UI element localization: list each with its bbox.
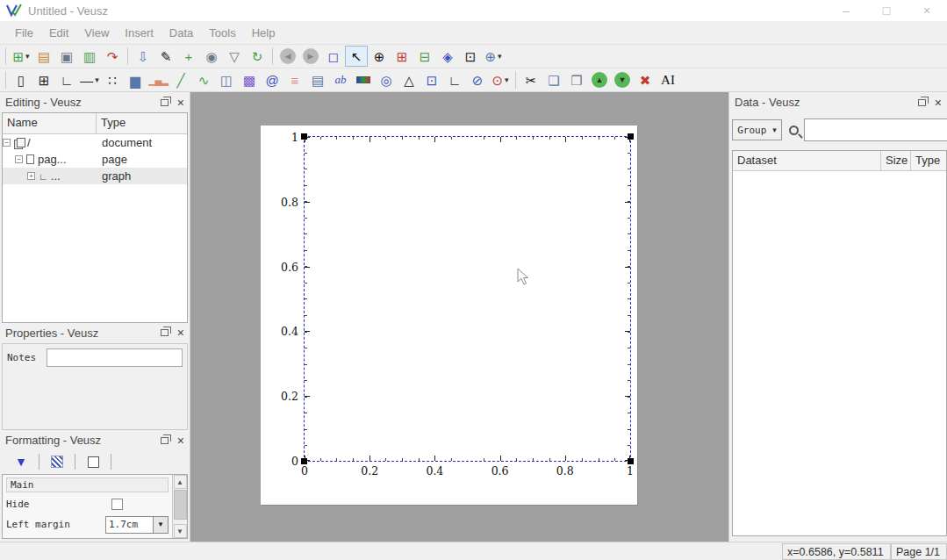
menu-file[interactable]: File [7, 26, 41, 39]
add-boxplot-button[interactable]: ◫ [215, 69, 238, 90]
import-data-button[interactable]: ⇩ [132, 46, 154, 67]
add-shape-button[interactable]: ⊙▾ [489, 69, 512, 90]
move-up-button[interactable]: ▲ [588, 69, 611, 90]
notes-input[interactable] [47, 348, 183, 367]
add-histogram-button[interactable]: ▁▄▂ [147, 69, 169, 90]
close-panel-icon[interactable]: × [177, 434, 184, 447]
new-document-button[interactable]: ⊞▾ [10, 46, 32, 67]
add-fit-button[interactable]: ╱ [169, 69, 192, 90]
plot-canvas[interactable]: 1 0.8 0.6 0.4 0.2 0 0 0.2 0.4 0.6 0.8 1 [190, 92, 728, 542]
next-page-button[interactable]: ▶ [299, 46, 322, 67]
formatting-scrollbar[interactable]: ▲ ▼ [172, 475, 187, 538]
close-panel-icon[interactable]: × [177, 97, 184, 109]
zoom-out-of-graph-button[interactable]: ⊟ [413, 46, 436, 67]
rename-widget-button[interactable]: AI [656, 69, 679, 90]
open-document-button[interactable]: ▤ [32, 46, 55, 67]
add-colorbar-button[interactable] [352, 69, 375, 90]
close-panel-icon[interactable]: × [177, 327, 184, 339]
paste-button[interactable]: ❒ [565, 69, 588, 90]
expand-icon[interactable]: + [27, 172, 35, 180]
tab-border[interactable] [75, 452, 111, 471]
close-panel-icon[interactable]: × [935, 97, 942, 109]
view-whole-plot-button[interactable]: ⊕ [368, 46, 391, 67]
menu-data[interactable]: Data [161, 26, 201, 39]
add-function-button[interactable]: ∿ [192, 69, 215, 90]
menu-help[interactable]: Help [244, 26, 283, 39]
column-dataset[interactable]: Dataset [733, 151, 881, 170]
float-panel-icon[interactable] [161, 99, 169, 106]
minimize-button[interactable]: – [826, 0, 866, 21]
selected-graph[interactable]: 1 0.8 0.6 0.4 0.2 0 0 0.2 0.4 0.6 0.8 1 [304, 136, 631, 462]
print-document-button[interactable]: ▥ [78, 46, 101, 67]
add-axis3d-button[interactable]: ∟ [443, 69, 466, 90]
previous-page-button[interactable]: ◀ [276, 46, 299, 67]
select-pointer-button[interactable]: ↖ [345, 46, 368, 67]
add-ternary-button[interactable]: △ [398, 69, 420, 90]
edit-data-button[interactable]: ✎ [154, 46, 177, 67]
combo-arrow-icon[interactable]: ▼ [153, 517, 168, 533]
tab-background-fill[interactable] [39, 452, 75, 471]
add-grid-button[interactable]: ⊞ [32, 69, 55, 90]
hide-checkbox[interactable] [111, 499, 123, 510]
menu-tools[interactable]: Tools [201, 26, 243, 39]
zoom-menu-button[interactable]: ⊕▾ [482, 46, 505, 67]
select-items-button[interactable]: ◻ [322, 46, 345, 67]
tab-main-formatting[interactable]: ▼ [4, 452, 39, 471]
add-bar-button[interactable]: ▆ [124, 69, 147, 90]
cut-button[interactable]: ✂ [520, 69, 542, 90]
zoom-page-button[interactable]: ⊡ [459, 46, 482, 67]
selection-handle[interactable] [301, 133, 307, 140]
collapse-icon[interactable]: − [3, 139, 11, 147]
add-axis-button[interactable]: —▾ [78, 69, 101, 90]
add-scene3d-button[interactable]: ⊡ [420, 69, 443, 90]
add-page-button[interactable]: ▯ [10, 69, 32, 90]
float-panel-icon[interactable] [161, 437, 169, 444]
save-document-button[interactable]: ▣ [55, 46, 78, 67]
float-panel-icon[interactable] [918, 99, 926, 106]
add-xy-button[interactable]: ∷ [101, 69, 124, 90]
maximize-button[interactable]: □ [866, 0, 907, 21]
copy-button[interactable]: ❏ [542, 69, 565, 90]
delete-widget-button[interactable]: ✖ [634, 69, 656, 90]
dataset-table-body[interactable] [733, 171, 946, 535]
group-dropdown-button[interactable]: Group ▾ [732, 119, 782, 140]
tree-row-document[interactable]: − / document [3, 134, 187, 151]
plot-page[interactable]: 1 0.8 0.6 0.4 0.2 0 0 0.2 0.4 0.6 0.8 1 [261, 126, 637, 505]
column-size[interactable]: Size [881, 151, 911, 170]
zoom-into-graph-button[interactable]: ⊞ [391, 46, 413, 67]
column-type[interactable]: Type [911, 151, 946, 170]
selection-handle[interactable] [301, 458, 307, 464]
menu-view[interactable]: View [76, 26, 117, 39]
selection-handle[interactable] [628, 458, 634, 464]
export-document-button[interactable]: ↷ [101, 46, 124, 67]
left-margin-combobox[interactable]: 1.7cm ▼ [105, 516, 169, 534]
add-graph-button[interactable]: ∟ [55, 69, 78, 90]
add-function3d-button[interactable]: ⊘ [466, 69, 489, 90]
tree-row-graph[interactable]: + ∟ ... graph [3, 168, 187, 184]
dataset-search-input[interactable] [804, 118, 947, 141]
reload-data-button[interactable]: ↻ [246, 46, 269, 67]
scroll-up-icon[interactable]: ▲ [174, 475, 187, 489]
collapse-icon[interactable]: − [15, 155, 23, 163]
close-button[interactable]: × [907, 0, 947, 21]
tree-column-name[interactable]: Name [3, 113, 97, 133]
add-label-button[interactable]: ▤ [306, 69, 329, 90]
move-down-button[interactable]: ▼ [611, 69, 634, 90]
scroll-down-icon[interactable]: ▼ [174, 524, 187, 538]
add-key-button[interactable]: ≡ [283, 69, 306, 90]
scrollbar-thumb[interactable] [174, 490, 187, 520]
menu-insert[interactable]: Insert [117, 26, 161, 39]
add-contour-button[interactable]: @ [261, 69, 283, 90]
add-text-button[interactable]: ab [329, 69, 352, 90]
tree-column-type[interactable]: Type [97, 113, 130, 133]
menu-edit[interactable]: Edit [41, 26, 76, 39]
add-image-button[interactable]: ▩ [238, 69, 261, 90]
filter-data-button[interactable]: ▽ [223, 46, 246, 67]
add-polar-button[interactable]: ◎ [375, 69, 398, 90]
tree-row-page[interactable]: − pag... page [3, 151, 187, 168]
create-data-button[interactable]: + [177, 46, 200, 67]
float-panel-icon[interactable] [161, 329, 169, 336]
selection-handle[interactable] [628, 133, 634, 140]
recenter-graph-button[interactable]: ◈ [436, 46, 459, 67]
capture-data-button[interactable]: ◉ [200, 46, 223, 67]
